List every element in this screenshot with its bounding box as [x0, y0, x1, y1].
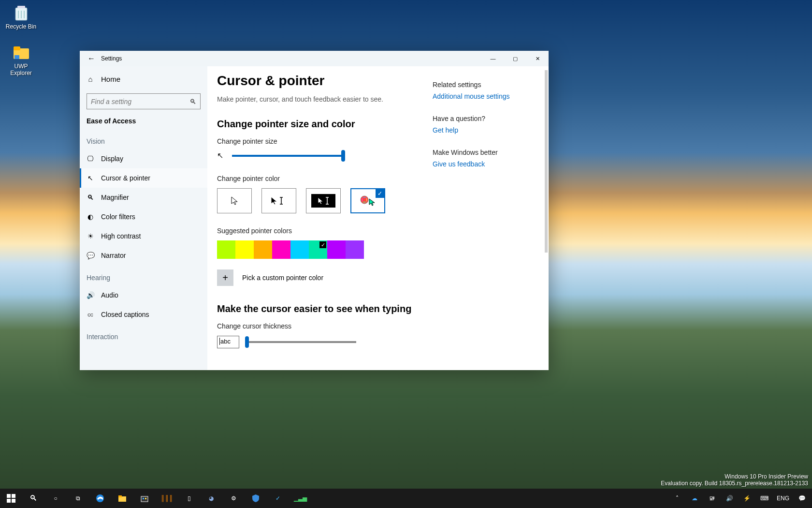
tray-language[interactable]: ENG	[773, 489, 793, 508]
slider-thumb[interactable]	[245, 336, 249, 348]
color-opt-inverted[interactable]	[306, 188, 341, 213]
taskbar-app-2[interactable]: ▯	[178, 489, 200, 508]
taskbar-explorer[interactable]	[111, 489, 133, 508]
nav-display[interactable]: 🖵Display	[80, 149, 207, 168]
tray-action-center[interactable]: 💬	[794, 489, 810, 508]
high-contrast-icon: ☀	[87, 232, 94, 240]
cursor-thickness-slider[interactable]	[245, 341, 356, 343]
taskbar-store[interactable]	[133, 489, 156, 508]
pointer-size-slider[interactable]	[232, 155, 343, 157]
additional-mouse-settings-link[interactable]: Additional mouse settings	[433, 92, 510, 100]
notification-icon: 💬	[798, 495, 806, 502]
edge-icon	[96, 494, 104, 503]
svg-rect-10	[7, 499, 11, 503]
suggested-colors	[217, 240, 418, 259]
swatch-0[interactable]	[217, 240, 235, 259]
nav-high-contrast[interactable]: ☀High contrast	[80, 226, 207, 246]
window-title: Settings	[101, 55, 122, 62]
main-content: Cursor & pointer Make pointer, cursor, a…	[207, 66, 433, 370]
start-button[interactable]	[0, 489, 22, 508]
pointer-size-label: Change pointer size	[217, 137, 418, 145]
desktop-icon-recycle-bin[interactable]: Recycle Bin	[3, 3, 39, 30]
check-icon: ✓	[276, 495, 280, 502]
cortana-button[interactable]: ○	[44, 489, 67, 508]
pointer-color-options	[217, 188, 418, 213]
cursor-black-icon	[271, 196, 287, 205]
close-button[interactable]: ✕	[526, 51, 549, 66]
nav-label: Magnifier	[101, 194, 129, 201]
section-typing-title: Make the cursor easier to see when typin…	[217, 303, 418, 314]
search-input[interactable]: 🔍︎	[87, 93, 201, 109]
tray-overflow[interactable]: ˄	[669, 489, 685, 508]
swatch-4[interactable]	[290, 240, 309, 259]
nav-color-filters[interactable]: ◐Color filters	[80, 207, 207, 226]
pick-custom-color-button[interactable]: +	[217, 269, 233, 286]
narrator-icon: 💬	[87, 252, 94, 259]
nav-closed-captions[interactable]: ㏄Closed captions	[80, 305, 207, 324]
taskbar-security[interactable]	[245, 489, 267, 508]
nav-group-interaction: Interaction	[80, 324, 207, 344]
tray-input[interactable]: ⌨	[756, 489, 772, 508]
taskbar-app-4[interactable]: ✓	[267, 489, 289, 508]
nav-audio[interactable]: 🔊Audio	[80, 285, 207, 305]
search-button[interactable]: 🔍︎	[22, 489, 44, 508]
taskbar-app-1[interactable]: ║║║	[156, 489, 178, 508]
taskbar-app-5[interactable]: ▁▃▅	[289, 489, 311, 508]
scrollbar[interactable]	[545, 70, 548, 253]
search-field[interactable]	[91, 98, 189, 105]
maximize-button[interactable]: ▢	[504, 51, 526, 66]
swatch-6[interactable]	[327, 240, 346, 259]
swatch-3[interactable]	[272, 240, 290, 259]
make-windows-better-title: Make Windows better	[433, 149, 535, 156]
tray-network[interactable]: ⚡	[739, 489, 755, 508]
taskbar-app-3[interactable]: ◕	[200, 489, 222, 508]
nav-label: Narrator	[101, 252, 126, 259]
nav-home[interactable]: ⌂ Home	[80, 69, 207, 89]
cloud-icon: ☁	[692, 495, 697, 502]
tray-onedrive[interactable]: ☁	[686, 489, 703, 508]
related-settings-title: Related settings	[433, 81, 535, 89]
watermark-line2: Evaluation copy. Build 18305.rs_prerelea…	[661, 480, 808, 487]
nav-cursor-pointer[interactable]: ↖Cursor & pointer	[80, 168, 207, 188]
back-button[interactable]: ←	[82, 54, 101, 63]
nav-magnifier[interactable]: 🔍︎Magnifier	[80, 188, 207, 207]
taskbar-settings[interactable]: ⚙	[222, 489, 245, 508]
search-icon: 🔍︎	[189, 98, 196, 105]
get-help-link[interactable]: Get help	[433, 126, 458, 134]
minimize-button[interactable]: —	[482, 51, 504, 66]
task-view-button[interactable]: ⧉	[67, 489, 89, 508]
color-opt-white[interactable]	[217, 188, 252, 213]
swatch-7[interactable]	[346, 240, 364, 259]
settings-window: ← Settings — ▢ ✕ ⌂ Home 🔍︎ Ease of Acces…	[80, 51, 549, 370]
page-subtitle: Make pointer, cursor, and touch feedback…	[217, 95, 418, 103]
slider-thumb[interactable]	[341, 150, 345, 162]
color-opt-custom[interactable]	[350, 188, 385, 213]
give-us-feedback-link[interactable]: Give us feedback	[433, 160, 485, 168]
volume-icon: 🔊	[726, 495, 733, 502]
color-opt-black[interactable]	[261, 188, 296, 213]
swatch-2[interactable]	[254, 240, 272, 259]
tray-devices[interactable]: 🖳	[704, 489, 720, 508]
nav-narrator[interactable]: 💬Narrator	[80, 246, 207, 265]
ibeam-inverted-icon	[325, 197, 329, 205]
keyboard-icon: ⌨	[760, 495, 768, 502]
have-a-question-title: Have a question?	[433, 115, 535, 122]
taskbar-edge[interactable]	[89, 489, 111, 508]
swatch-5[interactable]	[309, 240, 327, 259]
suggested-colors-label: Suggested pointer colors	[217, 227, 418, 235]
system-tray: ˄ ☁ 🖳 🔊 ⚡ ⌨ ENG 💬	[669, 489, 812, 508]
cortana-icon: ○	[54, 495, 57, 502]
nav-group-vision: Vision	[80, 129, 207, 149]
app-icon: ║║║	[160, 495, 173, 502]
swatch-1[interactable]	[235, 240, 254, 259]
recycle-bin-icon	[12, 3, 31, 22]
desktop-icon-uwp-explorer[interactable]: UWP Explorer	[3, 43, 39, 76]
cursor-thickness-preview: abc	[217, 336, 239, 348]
svg-rect-17	[145, 498, 146, 499]
watermark: Windows 10 Pro Insider Preview Evaluatio…	[661, 473, 808, 487]
tray-volume[interactable]: 🔊	[721, 489, 738, 508]
gear-icon: ⚙	[231, 495, 236, 502]
section-size-color-title: Change pointer size and color	[217, 119, 418, 130]
cursor-icon: ↖	[87, 174, 94, 182]
pick-custom-color-label: Pick a custom pointer color	[242, 274, 323, 282]
